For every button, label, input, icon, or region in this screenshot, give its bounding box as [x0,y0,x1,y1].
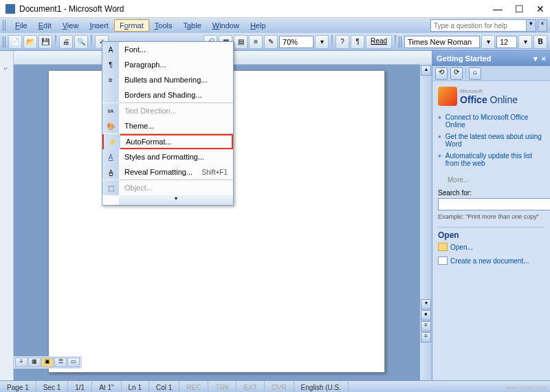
menu-item-reveal-formatting[interactable]: A̲ Reveal Formatting... Shift+F1 [102,164,233,179]
more-link[interactable]: More... [448,176,544,184]
status-line: Ln 1 [122,381,149,392]
office-prefix: Microsoft [460,88,518,94]
font-size-dropdown[interactable]: ▾ [518,35,532,49]
open-button[interactable]: 📂 [23,35,37,49]
new-document-button[interactable]: 📄 [8,35,22,49]
web-layout-view-button[interactable]: ▦ [28,358,41,367]
help-button[interactable]: ? [336,35,349,49]
borders-icon [102,87,119,102]
task-pane-forward-button[interactable]: ⟳ [450,67,463,80]
toolbar-grip[interactable] [3,36,7,47]
link-latest-news[interactable]: Get the latest news about using Word [438,131,544,150]
word-app-icon [6,4,15,14]
menu-item-text-direction: IIA Text Direction... [102,103,233,118]
font-size-input[interactable] [496,36,517,48]
task-pane: Getting Started ▾ × ⟲ ⟳ ⌂ Microsoft Offi… [432,51,550,380]
font-name-dropdown[interactable]: ▾ [481,35,495,49]
workspace: L ▴ ▾ ● ≡ ≡ ≡ ▦ ▣ ☰ ▭ Getting Started ▾ [0,51,550,380]
status-ext[interactable]: EXT [236,381,264,392]
task-pane-home-button[interactable]: ⌂ [469,67,481,80]
open-document-link[interactable]: Open... [438,240,544,254]
columns-button[interactable]: ≡ [249,35,263,49]
task-pane-close-button[interactable]: × [542,54,546,63]
vertical-scrollbar[interactable]: ▴ ▾ ● ≡ ≡ [420,65,432,380]
standard-toolbar: 📄 📂 💾 🖨 🔍 ✓ 🔗 ▦ ▤ ≡ ✎ ▾ ? ¶ Read ▾ ▾ B [0,33,550,51]
font-icon: A [102,42,119,57]
previous-page-button[interactable]: ≡ [421,321,431,331]
help-dropdown-button[interactable]: ▾ [527,19,536,32]
menu-item-theme[interactable]: 🎨 Theme... [102,118,233,133]
minimize-button[interactable]: — [493,3,503,14]
search-for-label: Search for: [438,189,544,197]
menubar: File Edit View Insert Format Tools Table… [0,18,550,33]
menu-tools[interactable]: Tools [149,19,178,32]
menu-item-object: ⬚ Object... [102,180,233,195]
menu-view[interactable]: View [57,19,85,32]
menu-expand-button[interactable]: ▾ [119,195,233,205]
window-title: Document1 - Microsoft Word [19,4,493,14]
show-paragraph-button[interactable]: ¶ [351,35,364,49]
normal-view-button[interactable]: ≡ [15,358,28,367]
read-mode-button[interactable]: Read [366,35,392,49]
maximize-button[interactable]: ☐ [515,3,524,14]
status-rec[interactable]: REC [179,381,208,392]
format-menu-dropdown: A Font... ¶ Paragraph... ≡ Bullets and N… [102,41,234,206]
status-column: Col 1 [149,381,179,392]
browse-object-button[interactable]: ● [421,310,431,320]
menu-file[interactable]: File [10,19,33,32]
menu-table[interactable]: Table [177,19,206,32]
status-at: At 1" [92,381,121,392]
menu-insert[interactable]: Insert [84,19,114,32]
status-language[interactable]: English (U.S. [294,381,349,392]
vertical-ruler: L [0,51,14,380]
theme-icon: 🎨 [102,118,119,133]
bold-button[interactable]: B [534,35,547,49]
zoom-dropdown[interactable]: ▾ [315,35,329,49]
save-button[interactable]: 💾 [38,35,52,49]
open-section-heading: Open [438,227,544,240]
print-button[interactable]: 🖨 [59,35,73,49]
menu-item-font[interactable]: A Font... [102,42,233,57]
menubar-grip[interactable] [3,20,7,31]
task-pane-nav: ⟲ ⟳ ⌂ [432,66,550,81]
office-search-input[interactable] [438,198,550,210]
next-page-button[interactable]: ≡ [421,332,431,342]
formatting-toolbar-grip[interactable] [399,36,403,47]
menubar-close-button[interactable]: × [538,19,547,32]
menu-edit[interactable]: Edit [33,19,57,32]
create-new-document-link[interactable]: Create a new document... [438,254,544,268]
font-name-input[interactable] [404,36,480,48]
link-connect-office-online[interactable]: Connect to Microsoft Office Online [438,111,544,131]
menu-item-styles-formatting[interactable]: A Styles and Formatting... [102,149,233,164]
task-pane-back-button[interactable]: ⟲ [435,67,448,80]
drawing-button[interactable]: ✎ [264,35,278,49]
link-auto-update[interactable]: Automatically update this list from the … [438,150,544,169]
menu-item-bullets[interactable]: ≡ Bullets and Numbering... [102,72,233,87]
print-preview-button[interactable]: 🔍 [74,35,88,49]
menu-help[interactable]: Help [245,19,272,32]
status-trk[interactable]: TRK [208,381,236,392]
outline-view-button[interactable]: ☰ [54,358,67,367]
insert-table-button[interactable]: ▤ [234,35,248,49]
zoom-input[interactable] [279,36,314,48]
print-layout-view-button[interactable]: ▣ [41,358,54,367]
office-online-logo: Microsoft Office Office OnlineOnline [438,87,544,106]
menu-item-borders[interactable]: Borders and Shading... [102,87,233,102]
help-search-input[interactable] [430,19,527,32]
status-section: Sec 1 [36,381,69,392]
status-page-count: 1/1 [68,381,92,392]
close-button[interactable]: ✕ [536,3,544,14]
menu-format[interactable]: Format [114,19,149,32]
menu-item-paragraph[interactable]: ¶ Paragraph... [102,57,233,72]
reveal-icon: A̲ [102,164,119,179]
scroll-down-button[interactable]: ▾ [421,299,431,309]
menu-window[interactable]: Window [207,19,245,32]
task-pane-dropdown[interactable]: ▾ [534,54,538,63]
reading-layout-button[interactable]: ▭ [67,358,80,367]
scroll-up-button[interactable]: ▴ [421,65,431,76]
menu-item-autoformat[interactable]: ⚡ AutoFormat... [102,134,233,149]
status-ovr[interactable]: OVR [265,381,294,392]
new-doc-icon [438,257,448,265]
text-direction-icon: IIA [102,103,119,118]
task-pane-title: Getting Started [437,54,491,63]
